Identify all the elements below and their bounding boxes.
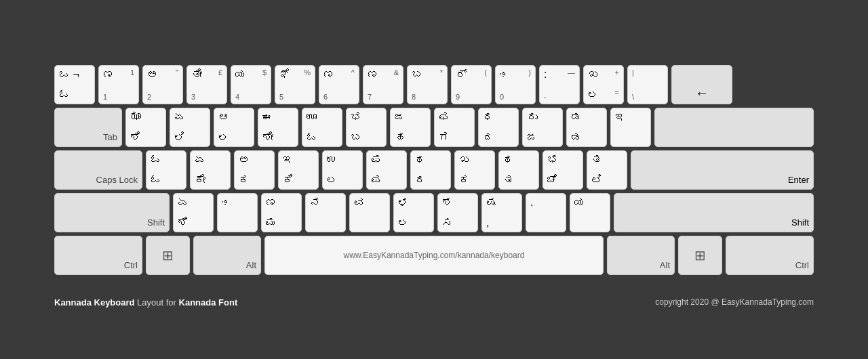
key-slash[interactable]: ಯ bbox=[570, 193, 610, 232]
key-bracket-open[interactable]: ಡ ಡ bbox=[566, 108, 607, 147]
win-right-icon: ⊞ bbox=[694, 247, 706, 263]
key-g[interactable]: ಉ ಲ bbox=[322, 150, 363, 190]
keyboard-title: Kannada Keyboard bbox=[54, 297, 134, 308]
alt-left-label: Alt bbox=[246, 260, 256, 270]
key-3[interactable]: ತೀ£ 3 bbox=[186, 65, 227, 104]
row-5: Ctrl ⊞ Alt www.EasyKannadaTyping.com/kan… bbox=[54, 236, 814, 275]
key-w[interactable]: ಏ ಲಿ bbox=[170, 108, 210, 147]
key-equals[interactable]: ಖ+ ಲ= bbox=[583, 65, 624, 104]
key-u[interactable]: ಜ ಹ bbox=[390, 108, 431, 147]
ctrl-right-label: Ctrl bbox=[795, 260, 809, 270]
win-right-key[interactable]: ⊞ bbox=[678, 236, 722, 275]
row-1: ಒ ¬ ಓ ಣ1 1 ಅ" 2 ತೀ£ 3 ಯ$ 4 ಞೆ% 5 ಣ^ 6 ಣ& bbox=[54, 65, 814, 104]
key-9[interactable]: ರ್( 9 bbox=[451, 65, 492, 104]
space-label: www.EasyKannadaTyping.com/kannada/keyboa… bbox=[344, 251, 525, 260]
key-x[interactable]: ಂ bbox=[217, 193, 258, 232]
key-minus[interactable]: :— - bbox=[539, 65, 580, 104]
shift-right-label: Shift bbox=[791, 217, 809, 228]
footer-subtitle: Layout for bbox=[137, 297, 178, 308]
key-2[interactable]: ಅ" 2 bbox=[142, 65, 183, 104]
key-y[interactable]: ಭ ಬ bbox=[346, 108, 387, 147]
key-i[interactable]: ಫ ಗ bbox=[434, 108, 475, 147]
keyboard-container: ಒ ¬ ಓ ಣ1 1 ಅ" 2 ತೀ£ 3 ಯ$ 4 ಞೆ% 5 ಣ^ 6 ಣ& bbox=[27, 51, 841, 292]
key-bracket-close[interactable]: ಇ bbox=[610, 108, 651, 147]
shift-left-key[interactable]: Shift bbox=[54, 193, 170, 232]
key-semicolon[interactable]: ಭ ಚೆ bbox=[542, 150, 583, 190]
footer-left: Kannada Keyboard Layout for Kannada Font bbox=[54, 297, 237, 308]
key-v[interactable]: ನ bbox=[305, 193, 346, 232]
enter-label: Enter bbox=[788, 175, 809, 185]
key-0[interactable]: ಂ) 0 bbox=[495, 65, 536, 104]
key-e[interactable]: ಆ ಲ bbox=[214, 108, 254, 147]
enter-key[interactable]: Enter bbox=[631, 150, 814, 190]
alt-right-key[interactable]: Alt bbox=[607, 236, 675, 275]
key-7[interactable]: ಣ& 7 bbox=[363, 65, 403, 104]
row-3: Caps Lock ಓ ಓ ಏ ಕೇ ಅ ಕ ಇ ಕಿ ಉ ಲ ಫ ಪ ಥ ರ bbox=[54, 150, 814, 190]
alt-left-key[interactable]: Alt bbox=[193, 236, 261, 275]
key-c[interactable]: ಣ ಮ bbox=[261, 193, 302, 232]
row-4: Shift ಏ ಶಿ ಂ ಣ ಮ ನ ವ ಳ ಲ ಶ ಸ ಷ , bbox=[54, 193, 814, 232]
ctrl-right-key[interactable]: Ctrl bbox=[726, 236, 814, 275]
key-comma[interactable]: ಷ , bbox=[481, 193, 522, 232]
tab-label: Tab bbox=[103, 132, 117, 142]
backspace-key[interactable]: ← bbox=[671, 65, 732, 104]
win-left-icon: ⊞ bbox=[162, 247, 174, 263]
key-period[interactable]: . bbox=[526, 193, 566, 232]
key-quote[interactable]: ತ ಟಿ bbox=[587, 150, 627, 190]
key-f[interactable]: ಇ ಕಿ bbox=[278, 150, 319, 190]
key-b[interactable]: ವ bbox=[349, 193, 390, 232]
space-key[interactable]: www.EasyKannadaTyping.com/kannada/keyboa… bbox=[264, 236, 604, 275]
caps-lock-key[interactable]: Caps Lock bbox=[54, 150, 142, 190]
font-title: Kannada Font bbox=[179, 297, 238, 308]
key-5[interactable]: ಞೆ% 5 bbox=[275, 65, 315, 104]
key-8[interactable]: ಬ* 8 bbox=[407, 65, 448, 104]
key-backslash[interactable]: | \ bbox=[627, 65, 668, 104]
footer-copyright: copyright 2020 @ EasyKannadaTyping.com bbox=[655, 297, 814, 308]
key-r[interactable]: ಈ ಶೀ bbox=[258, 108, 298, 147]
ctrl-left-label: Ctrl bbox=[124, 260, 138, 270]
key-q[interactable]: ಝಾ ಶಿ bbox=[125, 108, 166, 147]
key-z[interactable]: ಏ ಶಿ bbox=[173, 193, 214, 232]
shift-right-key[interactable]: Shift bbox=[614, 193, 814, 232]
win-left-key[interactable]: ⊞ bbox=[146, 236, 190, 275]
key-m[interactable]: ಶ ಸ bbox=[437, 193, 478, 232]
key-h[interactable]: ಫ ಪ bbox=[366, 150, 407, 190]
key-o[interactable]: ಧ ದ bbox=[478, 108, 519, 147]
footer: Kannada Keyboard Layout for Kannada Font… bbox=[27, 297, 841, 308]
key-backtick[interactable]: ಒ ¬ ಓ bbox=[54, 65, 95, 104]
key-s[interactable]: ಏ ಕೇ bbox=[190, 150, 231, 190]
key-n[interactable]: ಳ ಲ bbox=[393, 193, 434, 232]
key-d[interactable]: ಅ ಕ bbox=[234, 150, 275, 190]
key-blank-tab bbox=[654, 108, 814, 147]
key-a[interactable]: ಓ ಓ bbox=[146, 150, 186, 190]
key-l[interactable]: ಥ ತ bbox=[498, 150, 539, 190]
shift-left-label: Shift bbox=[147, 217, 165, 228]
key-k[interactable]: ಖ ಕ bbox=[454, 150, 495, 190]
caps-lock-label: Caps Lock bbox=[96, 175, 138, 185]
key-4[interactable]: ಯ$ 4 bbox=[231, 65, 271, 104]
row-2: Tab ಝಾ ಶಿ ಏ ಲಿ ಆ ಲ ಈ ಶೀ ಊ ಓ ಭ ಬ ಜ ಹ bbox=[54, 108, 814, 147]
key-t[interactable]: ಊ ಓ bbox=[302, 108, 342, 147]
tab-key[interactable]: Tab bbox=[54, 108, 122, 147]
key-p[interactable]: ರು ಜ bbox=[522, 108, 563, 147]
ctrl-left-key[interactable]: Ctrl bbox=[54, 236, 142, 275]
key-6[interactable]: ಣ^ 6 bbox=[319, 65, 359, 104]
key-1[interactable]: ಣ1 1 bbox=[98, 65, 139, 104]
alt-right-label: Alt bbox=[660, 260, 670, 270]
key-j[interactable]: ಥ ರ bbox=[410, 150, 451, 190]
